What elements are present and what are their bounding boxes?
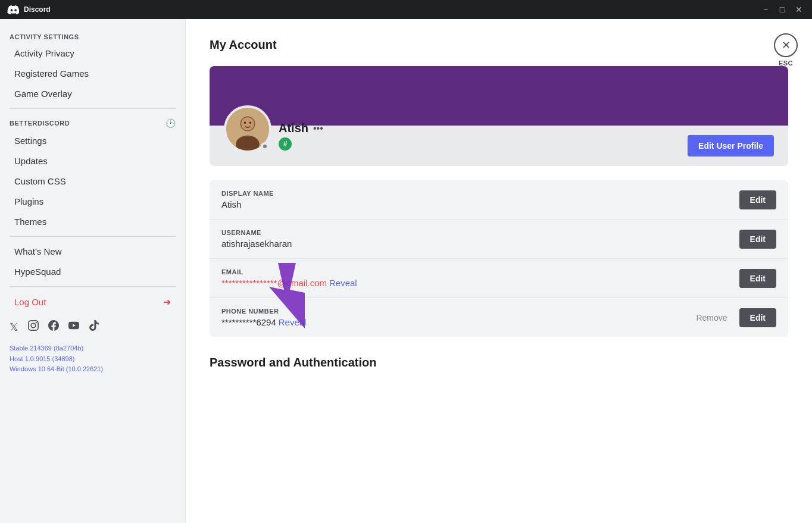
sidebar-item-updates[interactable]: Updates (5, 151, 180, 171)
window-close-button[interactable]: ✕ (793, 4, 805, 15)
phone-masked: ********** (221, 317, 256, 327)
betterdiscord-header: BETTERDISCORD (10, 120, 70, 127)
version-info: Stable 214369 (8a2704b) Host 1.0.9015 (3… (0, 341, 185, 380)
sidebar-item-plugins[interactable]: Plugins (5, 192, 180, 211)
phone-label: PHONE NUMBER (221, 308, 306, 315)
app-title: Discord (24, 5, 51, 14)
version-line-3: Windows 10 64-Bit (10.0.22621) (10, 364, 176, 375)
page-title: My Account (210, 38, 788, 52)
username-field-row: USERNAME atishrajasekharan Edit (210, 220, 788, 259)
username-edit-button[interactable]: Edit (739, 230, 776, 249)
email-label: EMAIL (221, 268, 357, 275)
tiktok-icon[interactable] (89, 320, 99, 334)
version-line-1: Stable 214369 (8a2704b) (10, 343, 176, 354)
youtube-icon[interactable] (68, 320, 79, 334)
avatar-status (261, 142, 269, 151)
profile-info-row: Atish ••• # Edit User Profile (210, 126, 788, 166)
sidebar: ACTIVITY SETTINGS Activity Privacy Regis… (0, 19, 186, 523)
sidebar-item-settings[interactable]: Settings (5, 131, 180, 151)
instagram-icon[interactable] (28, 320, 39, 334)
minimize-button[interactable]: − (760, 4, 772, 15)
username-value: atishrajasekharan (221, 239, 292, 249)
phone-suffix: 6294 (256, 317, 276, 327)
esc-label: ESC (779, 59, 793, 67)
svg-point-5 (249, 121, 252, 124)
history-icon[interactable]: 🕑 (165, 118, 176, 128)
username-right: Edit (739, 230, 776, 249)
phone-field-row: PHONE NUMBER **********6294Reveal Remove… (210, 298, 788, 337)
account-fields: DISPLAY NAME Atish Edit USERNAME atishra… (210, 180, 788, 337)
profile-options-icon[interactable]: ••• (313, 123, 323, 134)
app-body: ACTIVITY SETTINGS Activity Privacy Regis… (0, 19, 812, 523)
version-line-2: Host 1.0.9015 (34898) (10, 354, 176, 365)
divider-3 (10, 286, 176, 287)
sidebar-item-game-overlay[interactable]: Game Overlay (5, 84, 180, 104)
sidebar-item-activity-privacy[interactable]: Activity Privacy (5, 43, 180, 63)
display-name-right: Edit (739, 190, 776, 209)
phone-right: Remove Edit (689, 308, 776, 327)
sidebar-item-custom-css[interactable]: Custom CSS (5, 171, 180, 191)
sidebar-item-whats-new[interactable]: What's New (5, 242, 180, 261)
activity-settings-header: ACTIVITY SETTINGS (0, 29, 185, 43)
svg-point-3 (241, 117, 254, 130)
email-reveal-link[interactable]: Reveal (329, 278, 357, 288)
profile-card: Atish ••• # Edit User Profile (210, 66, 788, 166)
divider-1 (10, 108, 176, 109)
close-button[interactable]: ✕ (774, 33, 798, 57)
username-label: USERNAME (221, 229, 292, 236)
profile-name-area: Atish ••• # (279, 121, 323, 153)
betterdiscord-section: BETTERDISCORD 🕑 (0, 114, 185, 130)
password-section-title: Password and Authentication (210, 356, 788, 369)
email-field-row: EMAIL ****************@gmail.comReveal E… (210, 259, 788, 298)
divider-2 (10, 236, 176, 237)
phone-reveal-link[interactable]: Reveal (279, 317, 307, 327)
email-value: ****************@gmail.comReveal (221, 278, 357, 288)
email-masked: **************** (221, 278, 277, 288)
profile-name-row: Atish ••• (279, 121, 323, 135)
twitter-icon[interactable]: 𝕏 (10, 321, 18, 334)
main-content: ✕ ESC My Account (186, 19, 812, 523)
email-edit-button[interactable]: Edit (739, 269, 776, 288)
svg-point-4 (244, 121, 246, 124)
display-name-value: Atish (221, 199, 274, 209)
sidebar-item-hypesquad[interactable]: HypeSquad (5, 262, 180, 281)
avatar-container (224, 105, 271, 153)
maximize-button[interactable]: □ (776, 4, 788, 15)
social-links: 𝕏 (0, 313, 185, 341)
phone-value: **********6294Reveal (221, 317, 306, 327)
display-name-left: DISPLAY NAME Atish (221, 190, 274, 209)
email-domain: @gmail.com (277, 278, 327, 288)
facebook-icon[interactable] (48, 320, 59, 334)
email-right: Edit (739, 269, 776, 288)
display-name-field-row: DISPLAY NAME Atish Edit (210, 180, 788, 220)
display-name-edit-button[interactable]: Edit (739, 190, 776, 209)
profile-left: Atish ••• # (224, 105, 323, 153)
phone-edit-button[interactable]: Edit (739, 308, 776, 327)
sidebar-item-registered-games[interactable]: Registered Games (5, 64, 180, 83)
logout-button[interactable]: Log Out ➜ (5, 292, 180, 312)
display-name-label: DISPLAY NAME (221, 190, 274, 197)
edit-user-profile-button[interactable]: Edit User Profile (688, 135, 774, 156)
close-area: ✕ ESC (774, 33, 798, 67)
username-left: USERNAME atishrajasekharan (221, 229, 292, 249)
email-left: EMAIL ****************@gmail.comReveal (221, 268, 357, 288)
phone-remove-button[interactable]: Remove (689, 308, 734, 327)
logout-arrow-icon: ➜ (163, 296, 171, 308)
profile-name: Atish (279, 121, 308, 135)
phone-left: PHONE NUMBER **********6294Reveal (221, 308, 306, 327)
discord-logo-icon (7, 4, 19, 15)
sidebar-item-themes[interactable]: Themes (5, 212, 180, 231)
profile-badge: # (279, 137, 292, 151)
status-dot (262, 143, 268, 149)
titlebar: Discord − □ ✕ (0, 0, 812, 19)
window-controls: − □ ✕ (760, 4, 805, 15)
titlebar-left: Discord (7, 4, 51, 15)
